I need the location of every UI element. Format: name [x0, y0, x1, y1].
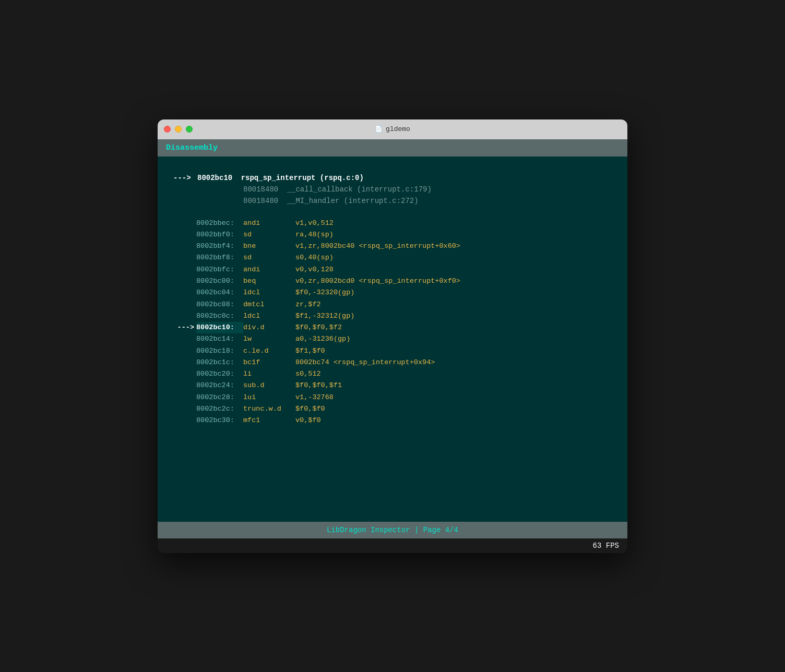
- line-mnemonic-17: mfc1: [243, 415, 295, 426]
- window-title-area: 📄 gldemo: [375, 125, 410, 133]
- header-label: Disassembly: [166, 143, 218, 152]
- disasm-line-12: 8002bc1c:bc1f8002bc74 <rspq_sp_interrupt…: [173, 357, 612, 368]
- disasm-line-9: --->8002bc10:div.d$f0,$f0,$f2: [173, 322, 612, 333]
- line-mnemonic-15: lui: [243, 392, 295, 403]
- line-mnemonic-4: andi: [243, 264, 295, 275]
- disasm-line-16: 8002bc2c:trunc.w.d$f0,$f0: [173, 403, 612, 415]
- line-addr-16: 8002bc2c:: [196, 403, 243, 415]
- current-arrow: --->: [173, 174, 191, 182]
- line-addr-6: 8002bc04:: [196, 287, 243, 298]
- disasm-line-8: 8002bc0c:ldcl$f1,-32312(gp): [173, 310, 612, 322]
- line-mnemonic-6: ldcl: [243, 287, 295, 298]
- current-addr: 8002bc10: [197, 174, 232, 182]
- disasm-line-14: 8002bc24:sub.d$f0,$f0,$f1: [173, 380, 612, 391]
- disasm-line-10: 8002bc14:lwa0,-31236(gp): [173, 333, 612, 345]
- disasm-line-4: 8002bbfc:andiv0,v0,128: [173, 264, 612, 275]
- line-mnemonic-16: trunc.w.d: [243, 403, 295, 415]
- line-mnemonic-12: bc1f: [243, 357, 295, 368]
- line-operands-16: $f0,$f0: [295, 403, 325, 415]
- disasm-line-3: 8002bbf8:sds0,40(sp): [173, 252, 612, 263]
- line-addr-5: 8002bc00:: [196, 275, 243, 287]
- line-addr-4: 8002bbfc:: [196, 264, 243, 275]
- line-addr-14: 8002bc24:: [196, 380, 243, 391]
- line-mnemonic-5: beq: [243, 275, 295, 287]
- fps-display: 63 FPS: [593, 542, 619, 550]
- line-operands-2: v1,zr,8002bc40 <rspq_sp_interrupt+0x60>: [295, 241, 460, 252]
- call-stack-secondary-2: 80018480 __MI_handler (interrupt.c:272): [173, 195, 612, 207]
- secondary-addr-2: 80018480: [243, 197, 278, 205]
- line-operands-14: $f0,$f0,$f1: [295, 380, 342, 391]
- window-title: gldemo: [386, 125, 410, 133]
- disasm-line-15: 8002bc28:luiv1,-32768: [173, 392, 612, 403]
- line-operands-4: v0,v0,128: [295, 264, 334, 275]
- fps-bar: 63 FPS: [158, 538, 627, 553]
- line-addr-1: 8002bbf0:: [196, 229, 243, 241]
- line-mnemonic-2: bne: [243, 241, 295, 252]
- line-mnemonic-3: sd: [243, 252, 295, 263]
- disasm-line-0: 8002bbec:andiv1,v0,512: [173, 218, 612, 229]
- line-operands-8: $f1,-32312(gp): [295, 310, 354, 322]
- close-button[interactable]: [164, 126, 171, 133]
- line-operands-13: s0,512: [295, 368, 321, 380]
- line-addr-0: 8002bbec:: [196, 218, 243, 229]
- line-addr-17: 8002bc30:: [196, 415, 243, 426]
- disassembly-header: Disassembly: [158, 139, 627, 157]
- disasm-line-17: 8002bc30:mfc1v0,$f0: [173, 415, 612, 426]
- line-operands-10: a0,-31236(gp): [295, 333, 350, 345]
- main-content: ---> 8002bc10 rspq_sp_interrupt (rspq.c:…: [158, 157, 627, 522]
- disasm-line-13: 8002bc20:lis0,512: [173, 368, 612, 380]
- line-operands-6: $f0,-32320(gp): [295, 287, 354, 298]
- line-addr-15: 8002bc28:: [196, 392, 243, 403]
- line-operands-3: s0,40(sp): [295, 252, 334, 263]
- line-operands-9: $f0,$f0,$f2: [295, 322, 342, 333]
- disasm-line-2: 8002bbf4:bnev1,zr,8002bc40 <rspq_sp_inte…: [173, 241, 612, 252]
- disasm-line-1: 8002bbf0:sdra,48(sp): [173, 229, 612, 241]
- line-mnemonic-13: li: [243, 368, 295, 380]
- line-mnemonic-9: div.d: [243, 322, 295, 333]
- line-addr-3: 8002bbf8:: [196, 252, 243, 263]
- line-mnemonic-7: dmtcl: [243, 299, 295, 310]
- secondary-addr-1: 80018480: [243, 185, 278, 194]
- app-window: 📄 gldemo Disassembly ---> 8002bc10 rspq_…: [158, 119, 627, 553]
- line-operands-12: 8002bc74 <rspq_sp_interrupt+0x94>: [295, 357, 435, 368]
- line-arrow-9: --->: [173, 322, 194, 333]
- disasm-line-7: 8002bc08:dmtclzr,$f2: [173, 299, 612, 310]
- secondary-func-1: __call_callback (interrupt.c:179): [287, 185, 432, 194]
- disasm-line-11: 8002bc18:c.le.d$f1,$f0: [173, 345, 612, 357]
- disasm-line-6: 8002bc04:ldcl$f0,-32320(gp): [173, 287, 612, 298]
- line-operands-5: v0,zr,8002bcd0 <rspq_sp_interrupt+0xf0>: [295, 275, 460, 287]
- line-operands-0: v1,v0,512: [295, 218, 334, 229]
- call-stack-current: ---> 8002bc10 rspq_sp_interrupt (rspq.c:…: [173, 172, 612, 184]
- line-addr-8: 8002bc0c:: [196, 310, 243, 322]
- line-addr-13: 8002bc20:: [196, 368, 243, 380]
- titlebar: 📄 gldemo: [158, 119, 627, 139]
- line-operands-7: zr,$f2: [295, 299, 321, 310]
- line-mnemonic-0: andi: [243, 218, 295, 229]
- line-addr-7: 8002bc08:: [196, 299, 243, 310]
- call-stack: ---> 8002bc10 rspq_sp_interrupt (rspq.c:…: [173, 167, 612, 207]
- line-addr-12: 8002bc1c:: [196, 357, 243, 368]
- line-addr-11: 8002bc18:: [196, 345, 243, 357]
- line-operands-1: ra,48(sp): [295, 229, 334, 241]
- line-mnemonic-8: ldcl: [243, 310, 295, 322]
- line-operands-11: $f1,$f0: [295, 345, 325, 357]
- traffic-lights: [164, 126, 193, 133]
- line-mnemonic-1: sd: [243, 229, 295, 241]
- line-mnemonic-11: c.le.d: [243, 345, 295, 357]
- footer-label: LibDragon Inspector | Page 4/4: [327, 526, 458, 534]
- line-operands-15: v1,-32768: [295, 392, 334, 403]
- line-addr-2: 8002bbf4:: [196, 241, 243, 252]
- disassembly-section: 8002bbec:andiv1,v0,5128002bbf0:sdra,48(s…: [173, 218, 612, 427]
- line-mnemonic-14: sub.d: [243, 380, 295, 391]
- footer-bar: LibDragon Inspector | Page 4/4: [158, 522, 627, 538]
- call-stack-secondary-1: 80018480 __call_callback (interrupt.c:17…: [173, 184, 612, 195]
- minimize-button[interactable]: [175, 126, 182, 133]
- current-func: rspq_sp_interrupt (rspq.c:0): [241, 174, 364, 182]
- line-addr-10: 8002bc14:: [196, 333, 243, 345]
- disasm-line-5: 8002bc00:beqv0,zr,8002bcd0 <rspq_sp_inte…: [173, 275, 612, 287]
- maximize-button[interactable]: [186, 126, 193, 133]
- file-icon: 📄: [375, 125, 383, 133]
- line-addr-9: 8002bc10:: [196, 322, 243, 333]
- line-mnemonic-10: lw: [243, 333, 295, 345]
- line-operands-17: v0,$f0: [295, 415, 321, 426]
